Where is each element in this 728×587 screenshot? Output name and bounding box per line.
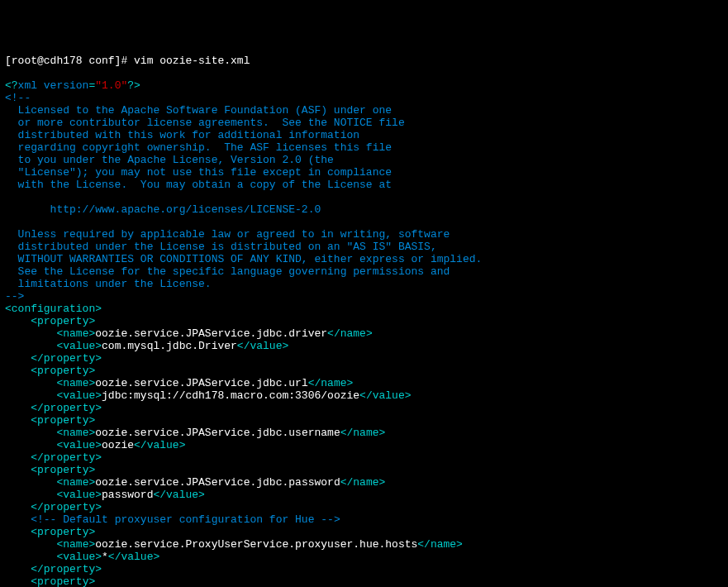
- tag-property: <property>: [31, 365, 95, 377]
- comment-hue: <!-- Default proxyuser configuration for…: [31, 513, 340, 526]
- prop-name: oozie.service.JPAService.jdbc.driver: [95, 327, 327, 340]
- tag-value: <value>: [56, 439, 102, 451]
- tag-property: <property>: [31, 464, 95, 476]
- xml-decl-name: xml version: [18, 79, 89, 92]
- indent: [5, 526, 31, 538]
- license-line: limitations under the License.: [5, 278, 212, 290]
- license-line: distributed with this work for additiona…: [5, 129, 359, 141]
- tag-name-close: </name>: [340, 476, 386, 489]
- prop-value: password: [102, 489, 153, 501]
- prop-value: com.mysql.jdbc.Driver: [102, 340, 237, 352]
- indent: [5, 439, 56, 451]
- indent: [5, 551, 56, 563]
- tag-name-close: </name>: [417, 538, 463, 551]
- xml-decl-val: "1.0": [95, 79, 127, 92]
- indent: [5, 451, 31, 464]
- tag-name: <name>: [56, 327, 95, 340]
- tag-property: <property>: [31, 526, 95, 538]
- license-line: distributed under the License is distrib…: [5, 241, 437, 253]
- tag-property-close: </property>: [31, 501, 102, 513]
- indent: [5, 476, 56, 489]
- tag-value: <value>: [56, 551, 102, 563]
- prop-name: oozie.service.JPAService.jdbc.username: [95, 427, 340, 439]
- license-line: to you under the Apache License, Version…: [5, 154, 334, 166]
- tag-value-close: </value>: [134, 439, 185, 451]
- indent: [5, 315, 31, 327]
- license-url: http://www.apache.org/licenses/LICENSE-2…: [5, 203, 321, 216]
- tag-value-close: </value>: [153, 489, 204, 501]
- indent: [5, 464, 31, 476]
- xml-decl-close: ?>: [127, 79, 140, 92]
- tag-name: <name>: [56, 427, 95, 439]
- indent: [5, 389, 56, 402]
- shell-prompt: [root@cdh178 conf]# vim oozie-site.xml: [5, 55, 250, 67]
- tag-value-close: </value>: [237, 340, 288, 352]
- terminal-output[interactable]: [root@cdh178 conf]# vim oozie-site.xml <…: [5, 55, 723, 587]
- tag-name-close: </name>: [308, 377, 354, 389]
- prop-value: jdbc:mysql://cdh178.macro.com:3306/oozie: [102, 389, 359, 402]
- tag-value-close: </value>: [108, 551, 159, 563]
- tag-name: <name>: [56, 476, 95, 489]
- tag-name-close: </name>: [340, 427, 386, 439]
- indent: [5, 501, 31, 513]
- indent: [5, 563, 31, 575]
- tag-property-close: </property>: [31, 352, 102, 365]
- indent: [5, 427, 56, 439]
- prop-value: *: [102, 551, 108, 563]
- tag-name-close: </name>: [327, 327, 373, 340]
- tag-name: <name>: [56, 377, 95, 389]
- tag-property-close: </property>: [31, 563, 102, 575]
- prop-name: oozie.service.JPAService.jdbc.password: [95, 476, 340, 489]
- license-line: See the License for the specific languag…: [5, 265, 450, 278]
- prop-value: oozie: [102, 439, 134, 451]
- license-line: Unless required by applicable law or agr…: [5, 228, 450, 241]
- prop-name: oozie.service.JPAService.jdbc.url: [95, 377, 307, 389]
- indent: [5, 489, 56, 501]
- indent: [5, 402, 31, 414]
- tag-value: <value>: [56, 340, 102, 352]
- tag-value-close: </value>: [359, 389, 411, 402]
- tag-property: <property>: [31, 575, 95, 587]
- indent: [5, 340, 56, 352]
- indent: [5, 365, 31, 377]
- tag-property-close: </property>: [31, 451, 102, 464]
- tag-property: <property>: [31, 414, 95, 427]
- license-line: regarding copyright ownership. The ASF l…: [5, 141, 392, 154]
- prop-name: oozie.service.ProxyUserService.proxyuser…: [95, 538, 417, 551]
- license-line: "License"); you may not use this file ex…: [5, 166, 392, 179]
- indent: [5, 327, 56, 340]
- indent: [5, 414, 31, 427]
- tag-property: <property>: [31, 315, 95, 327]
- tag-configuration: <configuration>: [5, 303, 102, 315]
- license-line: WITHOUT WARRANTIES OR CONDITIONS OF ANY …: [5, 253, 482, 265]
- comment-open: <!--: [5, 92, 31, 104]
- indent: [5, 575, 31, 587]
- indent: [5, 538, 56, 551]
- tag-name: <name>: [56, 538, 95, 551]
- xml-decl-open: <?: [5, 79, 18, 92]
- comment-close: -->: [5, 290, 24, 303]
- tag-value: <value>: [56, 489, 102, 501]
- tag-value: <value>: [56, 389, 102, 402]
- tag-property-close: </property>: [31, 402, 102, 414]
- indent: [5, 352, 31, 365]
- indent: [5, 377, 56, 389]
- license-line: or more contributor license agreements. …: [5, 117, 405, 129]
- license-line: with the License. You may obtain a copy …: [5, 179, 392, 191]
- indent: [5, 513, 31, 526]
- license-line: Licensed to the Apache Software Foundati…: [5, 104, 392, 117]
